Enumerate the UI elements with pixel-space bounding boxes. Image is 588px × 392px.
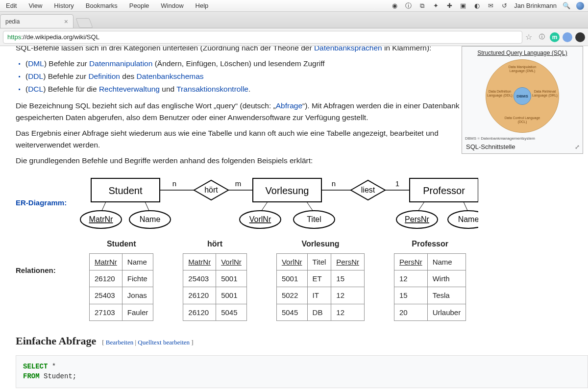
table-header: VorlNr — [276, 253, 307, 270]
menubar-right: ◉ ⓘ ⧉ ✦ ✚ ▣ ◐ ✉ ↺ Jan Brinkmann 🔍 — [391, 1, 588, 10]
table-title: hört — [183, 238, 247, 250]
truncated-intro: SQL-Befehle lassen sich in drei Kategori… — [16, 46, 460, 54]
bookmark-star-icon[interactable]: ☆ — [525, 32, 532, 42]
menubar-left: Edit View History Bookmarks People Windo… — [0, 2, 214, 9]
table-header: Name — [427, 253, 466, 270]
relation-table-student: StudentMatrNrName26120Fichte25403Jonas27… — [89, 238, 153, 321]
link-dml[interactable]: DML — [28, 59, 44, 68]
table-row: 5022IT12 — [276, 287, 364, 304]
data-table: MatrNrVorlNr254035001261205001261205045 — [183, 253, 247, 321]
info-icon[interactable]: ⓘ — [404, 1, 412, 10]
svg-text:hört: hört — [204, 186, 218, 194]
svg-text:Name: Name — [458, 215, 478, 223]
table-row: 5045DB12 — [276, 304, 364, 320]
status-icon-2[interactable]: ✚ — [445, 2, 453, 9]
table-title: Student — [89, 238, 153, 250]
dropbox-icon[interactable]: ⧉ — [418, 2, 426, 10]
table-cell: IT — [307, 287, 331, 304]
browser-tabbar: pedia × — [0, 12, 588, 28]
ddl-label: Data Definition Language (DDL) — [487, 90, 513, 97]
extension-icon-dark[interactable] — [575, 32, 585, 42]
address-bar[interactable]: https://de.wikipedia.org/wiki/SQL — [3, 31, 522, 44]
extension-icon-m[interactable]: m — [550, 32, 560, 42]
er-diagram-svg: Student hört n m Vorlesung liest n 1 — [76, 174, 478, 233]
table-title: Professor — [394, 238, 466, 250]
user-avatar-icon[interactable] — [576, 2, 584, 10]
drl-label: Data Retrieval Language (DRL) — [532, 90, 558, 97]
menu-window[interactable]: Window — [155, 2, 189, 9]
record-icon[interactable]: ▣ — [459, 2, 467, 9]
link-definition[interactable]: Definition — [88, 72, 120, 80]
link-dcl[interactable]: DCL — [28, 85, 43, 93]
er-diagram-label: ER-Diagramm: — [16, 174, 67, 208]
paragraph-result: Das Ergebnis einer Abfrage sieht wiederu… — [16, 127, 460, 151]
table-cell: 5001 — [276, 270, 307, 287]
chat-icon[interactable]: ✉ — [487, 2, 494, 9]
link-transaktionskontrolle[interactable]: Transaktionskontrolle — [176, 85, 248, 93]
dml-label: Data Manipulation Language (DML) — [503, 65, 542, 73]
table-row: 261205001 — [183, 287, 247, 304]
table-title: Vorlesung — [276, 238, 365, 250]
relation-table-vorlesung: VorlesungVorlNrTitelPersNr5001ET155022IT… — [276, 238, 365, 321]
paragraph-query: Die Bezeichnung SQL bezieht sich auf das… — [16, 100, 460, 123]
relation-table-hört: hörtMatrNrVorlNr254035001261205001261205… — [183, 238, 247, 321]
tab-close-icon[interactable]: × — [64, 18, 68, 25]
svg-text:VorlNr: VorlNr — [249, 215, 271, 223]
edit-link[interactable]: Bearbeiten — [106, 339, 133, 346]
menu-edit[interactable]: Edit — [0, 2, 23, 9]
menu-view[interactable]: View — [23, 2, 48, 9]
table-row: 26120Fichte — [90, 270, 153, 287]
link-datenbankschemas[interactable]: Datenbankschemas — [137, 72, 204, 80]
menu-help[interactable]: Help — [190, 2, 215, 9]
link-abfrage[interactable]: Abfrage — [276, 101, 302, 110]
creative-cloud-icon[interactable]: ◉ — [391, 2, 398, 9]
table-cell: 5001 — [216, 270, 247, 287]
svg-text:Professor: Professor — [423, 185, 465, 196]
table-header: Titel — [307, 253, 331, 270]
dbms-center: DBMS — [514, 87, 531, 105]
dcl-label: Data Control Language (DCL) — [503, 116, 542, 123]
table-row: 254035001 — [183, 270, 247, 287]
link-datenbanksprachen[interactable]: Datenbanksprachen — [314, 46, 382, 52]
table-cell: Jonas — [122, 287, 153, 304]
spotlight-icon[interactable]: 🔍 — [563, 2, 570, 9]
table-cell: 5001 — [216, 287, 247, 304]
table-cell: Urlauber — [427, 304, 466, 320]
page-info-icon[interactable]: ⓘ — [537, 32, 547, 42]
table-cell: ET — [307, 270, 331, 287]
link-rechteverwaltung[interactable]: Rechteverwaltung — [99, 85, 160, 93]
timemachine-icon[interactable]: ↺ — [500, 2, 508, 9]
infobox-footnote: DBMS = Datenbankmanagementsystem — [465, 137, 580, 141]
svg-text:n: n — [172, 179, 176, 188]
relationen-label: Relationen: — [16, 238, 65, 276]
table-row: 20Urlauber — [394, 304, 466, 320]
table-cell: 27103 — [90, 304, 122, 320]
new-tab-button[interactable] — [75, 18, 93, 28]
browser-tab-active[interactable]: pedia × — [0, 14, 74, 28]
menubar-username[interactable]: Jan Brinkmann — [514, 2, 557, 9]
relation-tables-row: Relationen: StudentMatrNrName26120Fichte… — [16, 238, 588, 321]
link-ddl[interactable]: DDL — [28, 72, 43, 80]
table-cell: Wirth — [427, 270, 466, 287]
enlarge-icon[interactable]: ⤢ — [575, 144, 580, 150]
table-row: 261205045 — [183, 304, 247, 320]
status-icon-1[interactable]: ✦ — [432, 2, 440, 9]
menu-bookmarks[interactable]: Bookmarks — [80, 2, 123, 9]
table-cell: Fauler — [122, 304, 153, 320]
table-cell: 20 — [394, 304, 428, 320]
svg-text:Titel: Titel — [307, 215, 321, 223]
table-cell: 15 — [394, 287, 428, 304]
edit-links: [ Bearbeiten | Quelltext bearbeiten ] — [102, 339, 193, 346]
table-cell: 25403 — [183, 270, 216, 287]
section-heading-row: Einfache Abfrage [ Bearbeiten | Quelltex… — [16, 333, 588, 349]
link-datenmanipulation[interactable]: Datenmanipulation — [89, 59, 152, 68]
table-cell: 5045 — [276, 304, 307, 320]
extension-icon-blue[interactable] — [563, 32, 572, 42]
edit-source-link[interactable]: Quelltext bearbeiten — [138, 339, 190, 346]
moon-icon[interactable]: ◐ — [473, 2, 481, 9]
menu-people[interactable]: People — [123, 2, 155, 9]
table-row: 12Wirth — [394, 270, 466, 287]
page-viewport: Structured Query Language (SQL) Data Man… — [0, 46, 588, 392]
menu-history[interactable]: History — [48, 2, 79, 9]
table-cell: 26120 — [183, 287, 216, 304]
